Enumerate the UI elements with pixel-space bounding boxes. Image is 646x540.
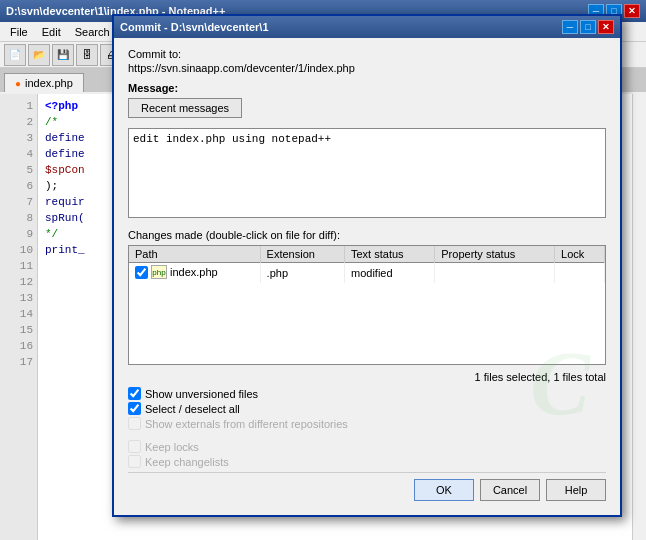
- dialog-buttons: OK Cancel Help: [128, 472, 606, 505]
- col-extension: Extension: [260, 246, 344, 263]
- file-path: index.php: [170, 266, 218, 278]
- files-count: 1 files selected, 1 files total: [128, 371, 606, 383]
- dialog-title: Commit - D:\svn\devcenter\1: [120, 21, 562, 33]
- editor-gutter: 1 2 3 4 5 6 7 8 9 10 11 12 13 14 15 16 1…: [0, 94, 38, 540]
- show-unversioned-checkbox[interactable]: [128, 387, 141, 400]
- show-unversioned-label: Show unversioned files: [145, 388, 258, 400]
- keep-locks-label: Keep locks: [145, 441, 199, 453]
- menu-search[interactable]: Search: [69, 24, 116, 40]
- dialog-minimize-button[interactable]: ─: [562, 20, 578, 34]
- menu-edit[interactable]: Edit: [36, 24, 67, 40]
- dialog-content: Commit to: https://svn.sinaapp.com/devce…: [114, 38, 620, 515]
- commit-to-label: Commit to:: [128, 48, 606, 60]
- show-externals-label: Show externals from different repositori…: [145, 418, 348, 430]
- menu-file[interactable]: File: [4, 24, 34, 40]
- col-text-status: Text status: [345, 246, 435, 263]
- file-table: Path Extension Text status Property stat…: [129, 246, 605, 283]
- recent-messages-button[interactable]: Recent messages: [128, 98, 242, 118]
- show-externals-row: Show externals from different repositori…: [128, 417, 606, 430]
- file-list-container: C Path Extension Text status Property st…: [128, 245, 606, 365]
- message-label: Message:: [128, 82, 606, 94]
- file-property-status: [435, 263, 555, 283]
- editor-scrollbar[interactable]: [632, 94, 646, 540]
- file-checkbox-cell: php index.php: [129, 263, 260, 283]
- file-extension: .php: [260, 263, 344, 283]
- editor-tab-index-php[interactable]: ● index.php: [4, 73, 84, 92]
- keep-checkboxes: Keep locks Keep changelists: [128, 440, 606, 468]
- select-deselect-row: Select / deselect all: [128, 402, 606, 415]
- line-numbers: 1 2 3 4 5 6 7 8 9 10 11 12 13 14 15 16 1…: [0, 94, 37, 370]
- table-header-row: Path Extension Text status Property stat…: [129, 246, 605, 263]
- toolbar-open[interactable]: 📂: [28, 44, 50, 66]
- dialog-titlebar: Commit - D:\svn\devcenter\1 ─ □ ✕: [114, 16, 620, 38]
- ok-button[interactable]: OK: [414, 479, 474, 501]
- toolbar-save-all[interactable]: 🗄: [76, 44, 98, 66]
- col-path: Path: [129, 246, 260, 263]
- php-file-icon: ●: [15, 78, 21, 89]
- keep-changelists-label: Keep changelists: [145, 456, 229, 468]
- col-property-status: Property status: [435, 246, 555, 263]
- message-textarea[interactable]: edit index.php using notepad++: [128, 128, 606, 218]
- help-button[interactable]: Help: [546, 479, 606, 501]
- toolbar-new[interactable]: 📄: [4, 44, 26, 66]
- keep-changelists-checkbox[interactable]: [128, 455, 141, 468]
- keep-changelists-row: Keep changelists: [128, 455, 606, 468]
- dialog-maximize-button[interactable]: □: [580, 20, 596, 34]
- table-row: php index.php .php modified: [129, 263, 605, 283]
- bottom-checkboxes: Show unversioned files Select / deselect…: [128, 387, 606, 430]
- changes-label: Changes made (double-click on file for d…: [128, 229, 606, 241]
- dialog-close-button[interactable]: ✕: [598, 20, 614, 34]
- dialog-title-buttons: ─ □ ✕: [562, 20, 614, 34]
- show-externals-checkbox[interactable]: [128, 417, 141, 430]
- svn-watermark: C: [530, 332, 590, 365]
- notepad-close-button[interactable]: ✕: [624, 4, 640, 18]
- file-text-status: modified: [345, 263, 435, 283]
- file-lock: [555, 263, 605, 283]
- col-lock: Lock: [555, 246, 605, 263]
- file-checkbox[interactable]: [135, 266, 148, 279]
- select-deselect-checkbox[interactable]: [128, 402, 141, 415]
- tab-label: index.php: [25, 77, 73, 89]
- select-deselect-label: Select / deselect all: [145, 403, 240, 415]
- keep-locks-row: Keep locks: [128, 440, 606, 453]
- toolbar-save[interactable]: 💾: [52, 44, 74, 66]
- commit-url: https://svn.sinaapp.com/devcenter/1/inde…: [128, 62, 606, 74]
- keep-locks-checkbox[interactable]: [128, 440, 141, 453]
- commit-dialog: Commit - D:\svn\devcenter\1 ─ □ ✕ Commit…: [112, 14, 622, 517]
- file-icon: php: [151, 265, 167, 279]
- show-unversioned-row: Show unversioned files: [128, 387, 606, 400]
- cancel-button[interactable]: Cancel: [480, 479, 540, 501]
